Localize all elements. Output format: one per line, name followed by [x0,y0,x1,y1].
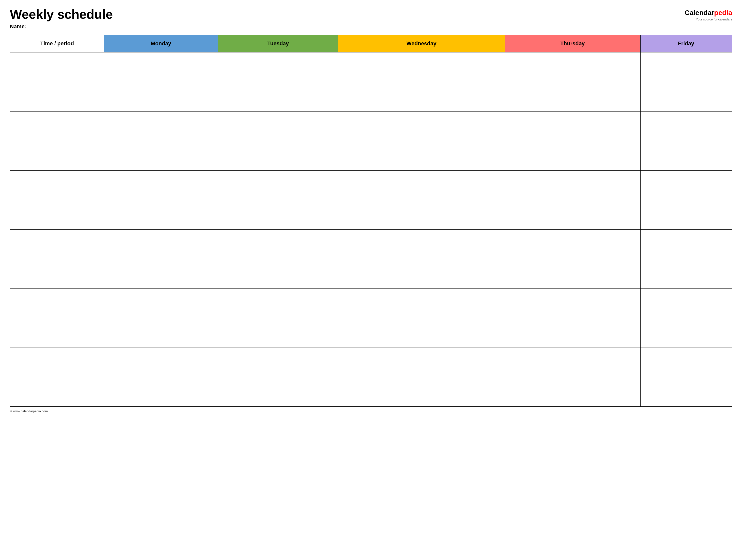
col-header-monday: Monday [104,35,218,52]
schedule-cell[interactable] [218,259,338,288]
schedule-cell[interactable] [338,229,505,259]
schedule-cell[interactable] [218,141,338,170]
copyright-text: © www.calendarpedia.com [10,409,48,413]
schedule-cell[interactable] [640,141,732,170]
schedule-cell[interactable] [640,200,732,229]
schedule-cell[interactable] [338,141,505,170]
schedule-cell[interactable] [104,52,218,82]
schedule-cell[interactable] [104,348,218,377]
logo-section: Calendarpedia Your source for calendars [685,7,732,21]
footer: © www.calendarpedia.com [10,409,732,413]
schedule-cell[interactable] [104,229,218,259]
schedule-cell[interactable] [338,111,505,141]
title-section: Weekly schedule Name: [10,7,113,30]
logo-calendar-part: Calendar [685,9,714,16]
schedule-cell[interactable] [505,170,640,200]
time-cell[interactable] [10,229,104,259]
table-row [10,170,732,200]
schedule-cell[interactable] [104,259,218,288]
schedule-cell[interactable] [338,259,505,288]
table-row [10,229,732,259]
table-row [10,111,732,141]
schedule-cell[interactable] [218,318,338,348]
schedule-cell[interactable] [505,82,640,111]
table-row [10,200,732,229]
schedule-cell[interactable] [338,288,505,318]
schedule-cell[interactable] [218,229,338,259]
schedule-cell[interactable] [104,170,218,200]
time-cell[interactable] [10,377,104,407]
page-title: Weekly schedule [10,7,113,21]
schedule-cell[interactable] [505,200,640,229]
table-row [10,318,732,348]
schedule-cell[interactable] [505,318,640,348]
schedule-cell[interactable] [218,111,338,141]
schedule-cell[interactable] [640,259,732,288]
page-header: Weekly schedule Name: Calendarpedia Your… [10,7,732,30]
schedule-cell[interactable] [640,288,732,318]
schedule-cell[interactable] [338,200,505,229]
time-cell[interactable] [10,348,104,377]
schedule-cell[interactable] [338,52,505,82]
schedule-cell[interactable] [218,377,338,407]
time-cell[interactable] [10,82,104,111]
schedule-table: Time / period Monday Tuesday Wednesday T… [10,35,732,407]
schedule-cell[interactable] [104,111,218,141]
time-cell[interactable] [10,259,104,288]
schedule-cell[interactable] [104,377,218,407]
schedule-cell[interactable] [218,348,338,377]
col-header-time: Time / period [10,35,104,52]
schedule-cell[interactable] [104,82,218,111]
table-row [10,348,732,377]
schedule-cell[interactable] [338,170,505,200]
schedule-cell[interactable] [640,111,732,141]
col-header-thursday: Thursday [505,35,640,52]
schedule-cell[interactable] [640,348,732,377]
table-row [10,82,732,111]
time-cell[interactable] [10,200,104,229]
schedule-cell[interactable] [640,229,732,259]
schedule-cell[interactable] [104,200,218,229]
logo-tagline: Your source for calendars [696,17,732,21]
time-cell[interactable] [10,52,104,82]
schedule-cell[interactable] [640,318,732,348]
schedule-cell[interactable] [640,52,732,82]
schedule-cell[interactable] [505,141,640,170]
name-label: Name: [10,23,113,30]
table-header-row: Time / period Monday Tuesday Wednesday T… [10,35,732,52]
schedule-cell[interactable] [505,348,640,377]
time-cell[interactable] [10,318,104,348]
table-row [10,377,732,407]
schedule-cell[interactable] [505,229,640,259]
schedule-cell[interactable] [640,170,732,200]
col-header-tuesday: Tuesday [218,35,338,52]
schedule-cell[interactable] [104,141,218,170]
schedule-cell[interactable] [338,82,505,111]
schedule-cell[interactable] [338,318,505,348]
logo-pedia-part: pedia [714,9,732,16]
schedule-cell[interactable] [640,377,732,407]
schedule-cell[interactable] [505,288,640,318]
schedule-cell[interactable] [218,52,338,82]
schedule-cell[interactable] [640,82,732,111]
time-cell[interactable] [10,170,104,200]
schedule-cell[interactable] [505,111,640,141]
schedule-cell[interactable] [104,288,218,318]
schedule-cell[interactable] [338,348,505,377]
time-cell[interactable] [10,288,104,318]
schedule-cell[interactable] [505,52,640,82]
schedule-cell[interactable] [505,259,640,288]
time-cell[interactable] [10,111,104,141]
col-header-wednesday: Wednesday [338,35,505,52]
schedule-cell[interactable] [338,377,505,407]
time-cell[interactable] [10,141,104,170]
schedule-cell[interactable] [218,288,338,318]
schedule-cell[interactable] [104,318,218,348]
schedule-cell[interactable] [218,82,338,111]
schedule-cell[interactable] [218,200,338,229]
schedule-cell[interactable] [505,377,640,407]
col-header-friday: Friday [640,35,732,52]
table-row [10,288,732,318]
table-row [10,52,732,82]
schedule-cell[interactable] [218,170,338,200]
